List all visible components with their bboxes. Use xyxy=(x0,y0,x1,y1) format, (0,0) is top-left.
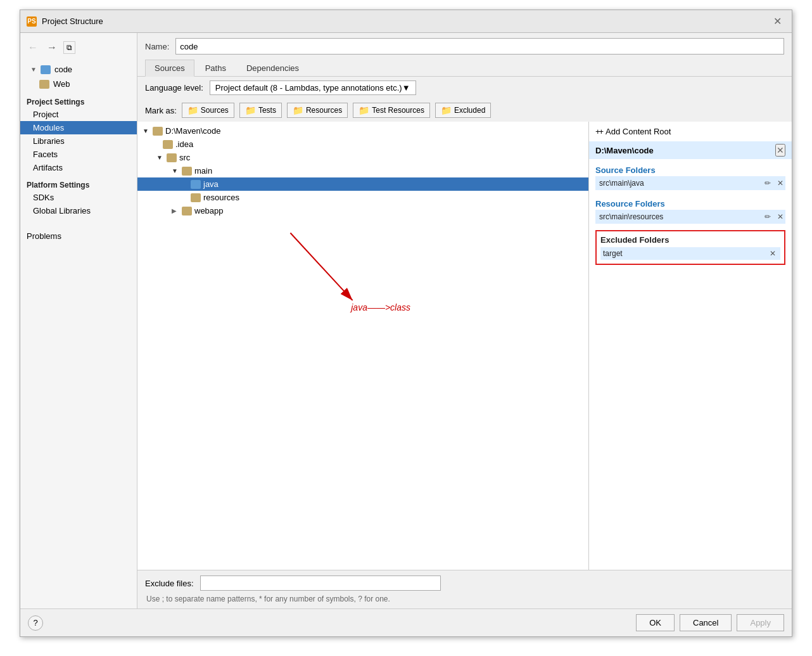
folder-icon xyxy=(191,193,201,202)
tab-paths[interactable]: Paths xyxy=(196,60,236,76)
module-folder-icon-web xyxy=(39,80,49,89)
folder-icon xyxy=(182,207,192,215)
folder-icon xyxy=(163,140,173,149)
svg-line-1 xyxy=(290,233,352,300)
right-info-panel: + + Add Content Root D:\Maven\code ✕ Sou… xyxy=(589,122,792,570)
name-label: Name: xyxy=(145,42,169,51)
forward-button[interactable]: → xyxy=(44,41,60,55)
exclude-files-input[interactable] xyxy=(200,576,441,591)
module-folder-icon xyxy=(41,65,51,74)
edit-resource-folder-button[interactable]: ✏ xyxy=(763,212,773,222)
mark-test-resources-button[interactable]: 📁 Test Resources xyxy=(353,103,430,118)
annotation-text: java——>class xyxy=(351,302,410,312)
source-folders-title: Source Folders xyxy=(595,165,785,175)
tree-item-maven-code[interactable]: ▼ D:\Maven\code xyxy=(137,124,588,138)
expand-arrow: ▶ xyxy=(172,207,179,214)
sidebar-item-problems[interactable]: Problems xyxy=(20,228,137,245)
resource-folders-section: Resource Folders src\main\resources ✏ ✕ xyxy=(589,193,792,226)
tab-sources[interactable]: Sources xyxy=(145,60,194,77)
platform-settings-header: Platform Settings xyxy=(20,174,137,191)
dropdown-icon: ▼ xyxy=(402,83,410,93)
tree-item-webapp[interactable]: ▶ webapp xyxy=(137,204,588,217)
nav-toolbar: ← → ⧉ xyxy=(20,38,137,60)
title-bar-left: PS Project Structure xyxy=(27,16,103,27)
footer: ? OK Cancel Apply xyxy=(20,608,792,636)
remove-content-root-button[interactable]: ✕ xyxy=(775,144,785,157)
name-input[interactable] xyxy=(175,38,784,55)
excluded-folder-item: target ✕ xyxy=(600,247,780,260)
sources-icon: 📁 xyxy=(187,105,198,115)
module-item-code[interactable]: ▼ code xyxy=(20,62,137,77)
mark-excluded-button[interactable]: 📁 Excluded xyxy=(435,103,491,118)
sidebar-item-sdks[interactable]: SDKs xyxy=(20,191,137,204)
sidebar-item-modules[interactable]: Modules xyxy=(20,121,137,134)
ok-button[interactable]: OK xyxy=(636,614,675,631)
help-button[interactable]: ? xyxy=(28,615,43,631)
exclude-files-hint: Use ; to separate name patterns, * for a… xyxy=(146,595,784,603)
split-area: ▼ D:\Maven\code .idea ▼ src xyxy=(137,122,792,570)
apply-button[interactable]: Apply xyxy=(737,614,784,631)
content-root-item: D:\Maven\code ✕ xyxy=(589,141,792,159)
mark-as-label: Mark as: xyxy=(145,106,177,115)
annotation-arrow-svg xyxy=(137,217,588,331)
add-content-root-button[interactable]: + + Add Content Root xyxy=(589,122,792,141)
expand-arrow: ▼ xyxy=(143,127,150,134)
sidebar-item-libraries[interactable]: Libraries xyxy=(20,134,137,148)
module-name-code: code xyxy=(54,65,72,74)
resource-folder-item: src\main\resources ✏ ✕ xyxy=(595,210,785,224)
tree-item-resources[interactable]: resources xyxy=(137,191,588,204)
mark-as-row: Mark as: 📁 Sources 📁 Tests 📁 Resources 📁… xyxy=(137,99,792,122)
expand-arrow: ▼ xyxy=(172,167,179,174)
excluded-folders-title: Excluded Folders xyxy=(600,235,780,245)
module-name-web: Web xyxy=(53,79,70,89)
annotation-area: java——>class xyxy=(137,217,588,331)
sidebar: ← → ⧉ ▼ code Web Project Settings Projec… xyxy=(20,33,137,608)
resource-folder-actions: ✏ ✕ xyxy=(763,212,785,222)
remove-resource-folder-button[interactable]: ✕ xyxy=(775,212,785,222)
excluded-icon: 📁 xyxy=(441,105,452,115)
tree-item-main[interactable]: ▼ main xyxy=(137,164,588,177)
exclude-files-label: Exclude files: xyxy=(145,579,194,588)
resource-folders-title: Resource Folders xyxy=(595,199,785,209)
title-bar: PS Project Structure ✕ xyxy=(20,10,792,33)
test-resources-icon: 📁 xyxy=(358,105,369,115)
remove-source-folder-button[interactable]: ✕ xyxy=(775,178,785,188)
folder-icon xyxy=(167,153,177,162)
tab-bar: Sources Paths Dependencies xyxy=(137,60,792,77)
tree-item-idea[interactable]: .idea xyxy=(137,138,588,151)
close-button[interactable]: ✕ xyxy=(770,14,785,29)
exclude-files-row: Exclude files: xyxy=(145,576,784,591)
remove-excluded-folder-button[interactable]: ✕ xyxy=(768,248,778,259)
module-item-web[interactable]: Web xyxy=(20,77,137,91)
sidebar-item-facets[interactable]: Facets xyxy=(20,148,137,161)
content-area: ← → ⧉ ▼ code Web Project Settings Projec… xyxy=(20,33,792,608)
tab-dependencies[interactable]: Dependencies xyxy=(237,60,308,76)
project-structure-window: PS Project Structure ✕ ← → ⧉ ▼ code xyxy=(20,10,792,637)
window-title: Project Structure xyxy=(42,16,103,26)
folder-icon xyxy=(153,127,163,136)
name-row: Name: xyxy=(137,33,792,60)
sidebar-item-global-libraries[interactable]: Global Libraries xyxy=(20,204,137,217)
source-folder-item: src\main\java ✏ ✕ xyxy=(595,176,785,190)
mark-resources-button[interactable]: 📁 Resources xyxy=(287,103,348,118)
tree-item-src[interactable]: ▼ src xyxy=(137,151,588,164)
mark-tests-button[interactable]: 📁 Tests xyxy=(239,103,282,118)
folder-source-icon xyxy=(191,180,201,189)
source-folders-section: Source Folders src\main\java ✏ ✕ xyxy=(589,159,792,193)
tree-item-java[interactable]: java xyxy=(137,177,588,191)
edit-source-folder-button[interactable]: ✏ xyxy=(763,178,773,188)
arrow-icon: ▼ xyxy=(30,66,37,73)
back-button[interactable]: ← xyxy=(25,41,41,55)
language-level-select[interactable]: Project default (8 - Lambdas, type annot… xyxy=(210,80,416,95)
app-icon: PS xyxy=(27,16,37,27)
sidebar-item-artifacts[interactable]: Artifacts xyxy=(20,161,137,174)
source-folder-actions: ✏ ✕ xyxy=(763,178,785,188)
sidebar-item-project[interactable]: Project xyxy=(20,108,137,121)
mark-sources-button[interactable]: 📁 Sources xyxy=(182,103,234,118)
cancel-button[interactable]: Cancel xyxy=(680,614,732,631)
language-level-label: Language level: xyxy=(145,83,203,93)
copy-button[interactable]: ⧉ xyxy=(63,41,75,54)
folder-icon xyxy=(182,167,192,176)
main-panel: Name: Sources Paths Dependencies Languag… xyxy=(137,33,792,608)
tests-icon: 📁 xyxy=(245,105,256,115)
